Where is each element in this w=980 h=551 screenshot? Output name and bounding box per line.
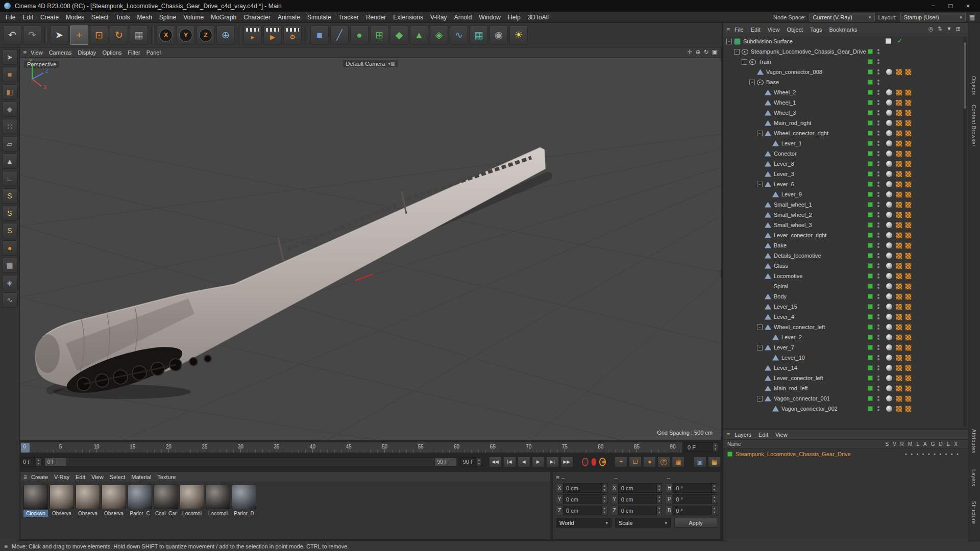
menu-window[interactable]: Window: [475, 13, 504, 22]
value-spinner[interactable]: ▴▾: [602, 495, 607, 504]
render-visibility-dot[interactable]: [877, 338, 879, 340]
visibility-dots[interactable]: [877, 141, 879, 146]
material-thumbnail[interactable]: [76, 485, 100, 509]
phong-tag-icon[interactable]: [886, 110, 892, 116]
texture-tag-icon[interactable]: [896, 395, 902, 402]
coordinate-mode-dropdown[interactable]: Scale▾: [615, 518, 671, 528]
layer-color-chip[interactable]: [868, 69, 873, 74]
viewport-pan-icon[interactable]: ✛: [687, 48, 692, 56]
layer-toggle-l[interactable]: ●: [928, 452, 930, 456]
value-spinner[interactable]: ▴▾: [656, 506, 662, 515]
render-visibility-dot[interactable]: [877, 226, 879, 228]
visibility-dots[interactable]: [877, 151, 879, 156]
material-menu-material[interactable]: Material: [128, 473, 154, 481]
render-picture-viewer-button[interactable]: ▶: [263, 26, 282, 45]
phong-tag-icon[interactable]: [886, 99, 892, 106]
visibility-dots[interactable]: [877, 212, 879, 217]
visibility-dots[interactable]: [877, 161, 879, 166]
menu-spline[interactable]: Spline: [156, 13, 180, 22]
editor-visibility-dot[interactable]: [877, 345, 879, 347]
tree-row[interactable]: Lever_4: [723, 312, 968, 322]
add-cube-button[interactable]: ■: [310, 26, 329, 45]
editor-visibility-dot[interactable]: [877, 233, 879, 235]
live-selection-tool[interactable]: ➤: [50, 26, 68, 45]
phong-tag-icon[interactable]: [886, 253, 892, 259]
render-visibility-dot[interactable]: [877, 185, 879, 187]
render-visibility-dot[interactable]: [877, 379, 879, 381]
object-axis-mode-button[interactable]: ◆: [2, 102, 18, 117]
texture-tag-icon[interactable]: [896, 222, 902, 229]
material-thumbnail[interactable]: [232, 485, 256, 509]
texture-tag-icon[interactable]: [905, 283, 912, 290]
visibility-dots[interactable]: [877, 80, 879, 85]
texture-tag-icon[interactable]: [896, 130, 902, 137]
camera-label[interactable]: Default Camera ▾▦: [342, 60, 398, 67]
apply-button[interactable]: Apply: [674, 518, 717, 528]
close-button[interactable]: ×: [966, 2, 970, 10]
texture-tag-icon[interactable]: [896, 242, 902, 249]
object-manager-menu-edit[interactable]: Edit: [747, 26, 764, 33]
layer-color-chip[interactable]: [868, 335, 873, 340]
material-thumbnail[interactable]: [50, 485, 74, 509]
layer-color-chip[interactable]: [868, 284, 873, 289]
texture-tag-icon[interactable]: [896, 406, 902, 412]
texture-tag-icon[interactable]: [905, 365, 912, 371]
texture-tag-icon[interactable]: [896, 385, 902, 392]
undo-button[interactable]: ↶: [3, 26, 21, 45]
editor-visibility-dot[interactable]: [877, 192, 879, 194]
visibility-dots[interactable]: [877, 304, 879, 309]
last-used-tool[interactable]: ▦: [130, 26, 148, 45]
visibility-dots[interactable]: [877, 324, 879, 330]
phong-tag-icon[interactable]: [886, 365, 892, 371]
phong-tag-icon[interactable]: [886, 314, 892, 320]
phong-tag-icon[interactable]: [886, 273, 892, 279]
editor-visibility-dot[interactable]: [877, 355, 879, 357]
layer-color-chip[interactable]: [868, 375, 873, 381]
editor-visibility-dot[interactable]: [877, 161, 879, 163]
texture-tag-icon[interactable]: [896, 355, 902, 361]
node-space-dropdown[interactable]: Current (V-Ray)▾: [810, 13, 875, 21]
spinner-down-icon[interactable]: ▾: [602, 510, 607, 514]
layer-manager-menu-layers[interactable]: Layers: [731, 431, 755, 438]
layer-manager-menu-view[interactable]: View: [772, 431, 791, 438]
coordinate-input[interactable]: 0 cm▴▾: [563, 506, 607, 515]
editor-visibility-dot[interactable]: [877, 141, 879, 143]
tree-row[interactable]: Glass: [723, 261, 968, 271]
polygons-mode-button[interactable]: ▲: [2, 154, 18, 169]
visibility-dots[interactable]: [877, 192, 879, 197]
phong-tag-icon[interactable]: [886, 385, 892, 391]
object-manager-menu-tags[interactable]: Tags: [806, 26, 825, 33]
tree-row[interactable]: -Lever_7: [723, 342, 968, 353]
render-visibility-dot[interactable]: [877, 389, 879, 391]
solo-button[interactable]: ▣: [694, 457, 706, 467]
render-visibility-dot[interactable]: [877, 246, 879, 248]
tree-row[interactable]: -Steampunk_Locomotive_Chassis_Gear_Drive: [723, 46, 968, 57]
texture-tag-icon[interactable]: [896, 304, 902, 310]
texture-tag-icon[interactable]: [896, 140, 902, 147]
phong-tag-icon[interactable]: [886, 304, 892, 310]
spinner-down-icon[interactable]: ▾: [712, 510, 717, 514]
tree-row[interactable]: Lever_10: [723, 353, 968, 363]
editor-visibility-dot[interactable]: [877, 386, 879, 388]
layer-toggle-a[interactable]: ●: [934, 452, 936, 456]
enable-snap-button[interactable]: S: [2, 188, 18, 204]
texture-tag-icon[interactable]: [896, 69, 902, 76]
layer-toggle-g[interactable]: ●: [939, 452, 941, 456]
menu-render[interactable]: Render: [362, 13, 389, 22]
value-spinner[interactable]: ▴▾: [712, 495, 717, 504]
deformer-button[interactable]: ∿: [450, 26, 468, 45]
tree-row[interactable]: Vagon_connector_008: [723, 67, 968, 77]
texture-tag-icon[interactable]: [896, 314, 902, 320]
range-end-spinner[interactable]: ▴▾: [477, 458, 481, 466]
object-manager-menu-bookmarks[interactable]: Bookmarks: [825, 26, 861, 33]
menu-simulate[interactable]: Simulate: [304, 13, 335, 22]
texture-tag-icon[interactable]: [905, 110, 912, 116]
keyframe-grid-button[interactable]: ▦: [708, 457, 721, 467]
frame-spinner[interactable]: ▴▾: [713, 443, 718, 452]
prev-frame-button[interactable]: ◀: [518, 457, 530, 467]
check-icon[interactable]: ✓: [897, 37, 902, 44]
layer-color-chip[interactable]: [868, 273, 873, 279]
tree-row[interactable]: Small_wheel_2: [723, 210, 968, 220]
timeline-ruler[interactable]: 051015202530354045505560657075808590: [20, 442, 682, 453]
menu-extensions[interactable]: Extensions: [389, 13, 427, 22]
